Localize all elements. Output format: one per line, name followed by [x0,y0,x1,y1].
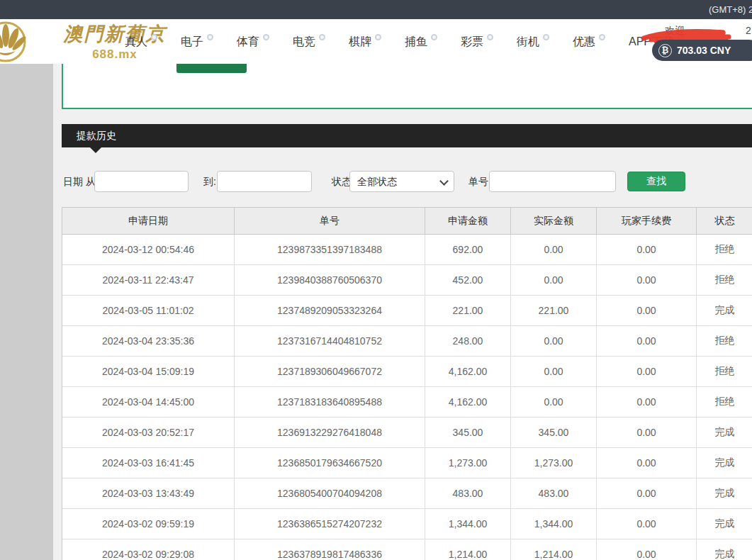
table-row: 2024-03-03 20:52:17123691322927641804834… [62,418,752,448]
welcome-label: 欢迎 [665,25,685,36]
welcome-text: 欢迎2 [665,25,751,38]
cell-player-fee: 0.00 [597,357,697,387]
cell-actual-amount: 1,214.00 [511,539,597,560]
balance-pill[interactable]: ₿ 703.03 CNY [652,40,752,61]
column-header: 状态 [697,208,752,235]
cell-player-fee: 0.00 [597,265,697,296]
cell-order-number: 1237316714404810752 [235,326,425,357]
cell-applied-amount: 483.00 [425,478,511,509]
cell-applied-amount: 221.00 [425,296,511,326]
cell-applied-amount: 1,273.00 [425,448,511,478]
nav-item-label: 捕鱼 [405,34,427,50]
cell-player-fee: 0.00 [597,478,697,509]
cell-order-number: 1239873351397183488 [235,235,425,265]
cell-applied-amount: 1,214.00 [425,539,511,560]
status-select-wrap: 全部状态 [349,171,454,192]
nav-item[interactable]: 优惠 [573,34,605,50]
date-from-label: 日期 从: [63,176,99,189]
cell-actual-amount: 221.00 [511,296,597,326]
welcome-suffix: 2 [746,25,751,36]
promo-submit-button[interactable] [176,64,247,73]
cell-player-fee: 0.00 [597,387,697,418]
header: 澳門新葡京 688.mx 真人电子体育电竞棋牌捕鱼彩票街机优惠APP下载 欢迎2… [0,19,752,64]
cell-player-fee: 0.00 [597,539,697,560]
table-row: 2024-03-12 00:54:46123987335139718348869… [62,235,752,265]
topbar: (GMT+8) 2 [0,0,752,19]
cell-date: 2024-03-02 09:29:08 [62,539,235,560]
cell-status: 拒绝 [697,265,752,296]
nav-item[interactable]: 棋牌 [349,34,381,50]
table-row: 2024-03-02 09:59:1912363865152742072321,… [62,509,752,539]
cell-actual-amount: 345.00 [511,418,597,448]
cell-applied-amount: 4,162.00 [425,387,511,418]
nav-item[interactable]: 彩票 [461,34,493,50]
cell-status: 完成 [697,509,752,539]
cell-date: 2024-03-02 09:59:19 [62,509,235,539]
status-select[interactable]: 全部状态 [349,171,454,192]
column-header: 申请日期 [62,208,235,235]
search-button[interactable]: 查找 [627,172,685,191]
cell-applied-amount: 4,162.00 [425,357,511,387]
cell-order-number: 1236850179634667520 [235,448,425,478]
cell-date: 2024-03-03 16:41:45 [62,448,235,478]
cell-actual-amount: 1,344.00 [511,509,597,539]
cell-order-number: 1237189306049667072 [235,357,425,387]
cell-actual-amount: 0.00 [511,387,597,418]
nav-item[interactable]: 捕鱼 [405,34,437,50]
cell-date: 2024-03-04 14:45:00 [62,387,235,418]
cell-actual-amount: 1,273.00 [511,448,597,478]
cell-status: 拒绝 [697,235,752,265]
cell-player-fee: 0.00 [597,235,697,265]
brand-flower-icon [0,20,52,64]
nav-item[interactable]: 电子 [181,34,213,50]
date-to-input[interactable] [217,171,312,192]
nav-badge-icon [319,34,325,40]
column-header: 单号 [235,208,425,235]
cell-date: 2024-03-05 11:01:02 [62,296,235,326]
cell-status: 完成 [697,296,752,326]
cell-order-number: 1236913229276418048 [235,418,425,448]
cell-applied-amount: 345.00 [425,418,511,448]
cell-order-number: 1237489209053323264 [235,296,425,326]
nav-item[interactable]: 体育 [237,34,269,50]
cell-order-number: 1236386515274207232 [235,509,425,539]
nav-item[interactable]: 电竞 [293,34,325,50]
cell-order-number: 1236378919817486336 [235,539,425,560]
nav-item[interactable]: 街机 [517,34,549,50]
bitcoin-icon: ₿ [658,44,672,57]
nav-item[interactable]: 真人 [125,34,157,50]
table-row: 2024-03-04 14:45:0012371831836408954884,… [62,387,752,418]
cell-player-fee: 0.00 [597,448,697,478]
order-number-input[interactable] [489,171,616,192]
cell-applied-amount: 248.00 [425,326,511,357]
nav-badge-icon [151,34,157,40]
cell-applied-amount: 1,344.00 [425,509,511,539]
table-row: 2024-03-03 13:43:49123680540070409420848… [62,478,752,509]
page: { "topbar": { "timezone_text": "(GMT+8) … [0,0,752,560]
cell-actual-amount: 0.00 [511,235,597,265]
cell-date: 2024-03-11 22:43:47 [62,265,235,296]
nav-item-label: 电子 [181,34,203,50]
timezone-text: (GMT+8) 2 [709,4,752,15]
cell-actual-amount: 0.00 [511,265,597,296]
cell-date: 2024-03-03 13:43:49 [62,478,235,509]
nav-badge-icon [207,34,213,40]
nav-badge-icon [543,34,549,40]
panel-title: 提款历史 [77,124,116,147]
column-header: 实际金额 [511,208,597,235]
nav-badge-icon [487,34,493,40]
cell-status: 完成 [697,418,752,448]
cell-player-fee: 0.00 [597,326,697,357]
cell-applied-amount: 452.00 [425,265,511,296]
left-gutter [0,64,53,560]
table-row: 2024-03-04 23:35:36123731671440481075224… [62,326,752,357]
nav-badge-icon [375,34,381,40]
nav-item-label: 棋牌 [349,34,371,50]
date-from-input[interactable] [94,171,189,192]
table-row: 2024-03-02 09:29:0812363789198174863361,… [62,539,752,560]
nav-item-label: 彩票 [461,34,483,50]
table-row: 2024-03-05 11:01:02123748920905332326422… [62,296,752,326]
nav-item-label: 体育 [237,34,259,50]
cell-player-fee: 0.00 [597,509,697,539]
table-row: 2024-03-04 15:09:1912371893060496670724,… [62,357,752,387]
